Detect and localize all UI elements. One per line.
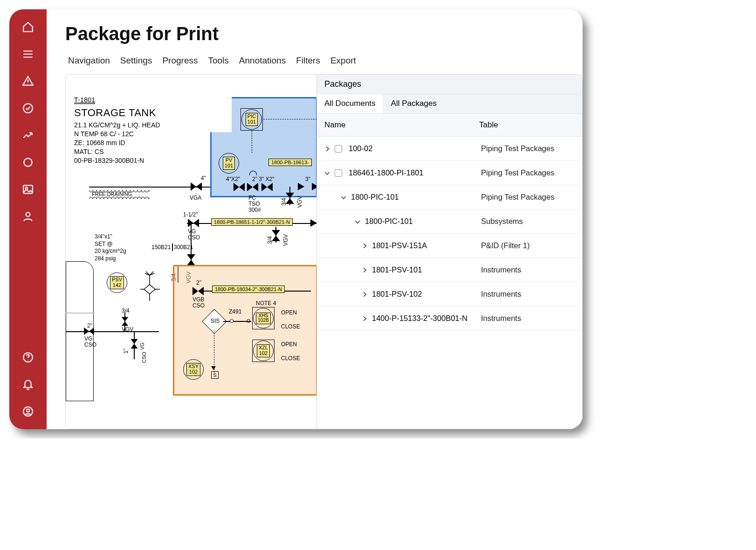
packages-panel: Packages All Documents All Packages Name… bbox=[317, 74, 583, 429]
line-tag-2: 1800-PB-18651-1-1/2"-300B21-N bbox=[211, 218, 293, 226]
valve-icon bbox=[261, 183, 273, 191]
page-title: Package for Print bbox=[65, 23, 583, 44]
menu-annotations[interactable]: Annotations bbox=[239, 56, 286, 66]
package-row[interactable]: 186461-1800-PI-1801Piping Test Packages bbox=[317, 161, 582, 185]
row-checkbox[interactable] bbox=[335, 169, 342, 177]
line-tag-1: 1800-PB-18613- bbox=[268, 159, 312, 166]
arrow-icon bbox=[298, 183, 304, 190]
chevron-right-icon[interactable] bbox=[360, 291, 369, 298]
valve-icon bbox=[188, 219, 199, 227]
menu-filters[interactable]: Filters bbox=[296, 56, 320, 66]
col-name[interactable]: Name bbox=[324, 120, 479, 130]
row-table: Piping Test Packages bbox=[481, 144, 577, 153]
equipment-number: T-1801 bbox=[74, 96, 95, 104]
col-table[interactable]: Table bbox=[479, 120, 575, 130]
relief-spec: 3/4"x1" SET @ 20 kg/cm^2g 284 psig bbox=[95, 233, 126, 262]
valve-icon bbox=[122, 317, 128, 326]
row-table: Instruments bbox=[481, 314, 577, 323]
line-tag-3: 1800-PB-18034-2"-300B21-N bbox=[212, 285, 285, 293]
menu-icon[interactable] bbox=[21, 48, 34, 61]
row-name: 1400-P-15133-2"-300B01-N bbox=[372, 314, 481, 323]
package-row[interactable]: 1400-P-15133-2"-300B01-NInstruments bbox=[317, 306, 582, 331]
row-name: 100-02 bbox=[349, 144, 481, 153]
row-name: 1800-PIC-101 bbox=[365, 217, 481, 226]
package-row[interactable]: 1801-PSV-102Instruments bbox=[317, 282, 582, 306]
instrument-pic101: PIC 101 bbox=[241, 109, 262, 130]
main-area: Package for Print Navigation Settings Pr… bbox=[47, 9, 583, 429]
row-table: Instruments bbox=[481, 290, 577, 299]
node-icon[interactable] bbox=[21, 156, 34, 169]
bell-icon[interactable] bbox=[21, 378, 34, 391]
warning-icon[interactable] bbox=[21, 75, 34, 88]
svg-point-1 bbox=[24, 158, 32, 166]
equipment-specs: 21.1 KG/CM^2g + LIQ. HEAD N TEMP 68 C/ -… bbox=[74, 121, 160, 165]
diagram-panel[interactable]: T-1801 STORAGE TANK 21.1 KG/CM^2g + LIQ.… bbox=[65, 74, 317, 429]
menu-settings[interactable]: Settings bbox=[120, 56, 152, 66]
valve-icon bbox=[247, 183, 258, 191]
menu-bar: Navigation Settings Progress Tools Annot… bbox=[65, 56, 583, 66]
row-checkbox[interactable] bbox=[335, 145, 342, 153]
package-row[interactable]: 100-02Piping Test Packages bbox=[317, 137, 582, 161]
row-name: 1801-PSV-151A bbox=[372, 241, 481, 250]
chevron-right-icon[interactable] bbox=[323, 145, 332, 153]
row-table: Piping Test Packages bbox=[481, 168, 577, 177]
app-frame: Package for Print Navigation Settings Pr… bbox=[9, 9, 583, 429]
row-table: P&ID (Filter 1) bbox=[481, 241, 577, 250]
arrow-icon bbox=[312, 183, 317, 190]
row-name: 1801-PSV-101 bbox=[372, 265, 481, 274]
instrument-pv101: PV 101 bbox=[219, 153, 239, 174]
valve-icon bbox=[192, 287, 204, 295]
menu-progress[interactable]: Progress bbox=[162, 56, 198, 66]
package-row[interactable]: 1800-PIC-101Subsystems bbox=[317, 209, 582, 234]
svg-point-8 bbox=[26, 212, 30, 216]
package-row[interactable]: 1800-PIC-101Piping Test Packages bbox=[317, 185, 582, 209]
instrument-psv142: PSV 142 bbox=[107, 272, 127, 293]
row-table: Subsystems bbox=[481, 217, 577, 226]
user-icon[interactable] bbox=[21, 210, 34, 223]
valve-icon bbox=[84, 327, 94, 335]
valve-icon bbox=[191, 182, 202, 191]
account-icon[interactable] bbox=[21, 405, 34, 418]
panel-column-headers: Name Table bbox=[317, 113, 582, 137]
image-icon[interactable] bbox=[21, 183, 34, 196]
row-name: 1800-PIC-101 bbox=[351, 193, 481, 202]
menu-tools[interactable]: Tools bbox=[208, 56, 228, 66]
content: T-1801 STORAGE TANK 21.1 KG/CM^2g + LIQ.… bbox=[65, 74, 583, 429]
chevron-right-icon[interactable] bbox=[360, 266, 369, 274]
chevron-down-icon[interactable] bbox=[323, 169, 332, 177]
menu-navigation[interactable]: Navigation bbox=[68, 56, 110, 66]
row-table: Instruments bbox=[481, 265, 577, 274]
valve-icon bbox=[131, 339, 137, 348]
package-row[interactable]: 1801-PSV-151AP&ID (Filter 1) bbox=[317, 234, 582, 258]
chevron-down-icon[interactable] bbox=[339, 194, 348, 201]
nav-rail bbox=[9, 9, 47, 429]
valve-icon bbox=[234, 183, 245, 191]
row-name: 186461-1800-PI-1801 bbox=[349, 168, 481, 177]
tab-all-documents[interactable]: All Documents bbox=[317, 94, 384, 114]
chevron-right-icon[interactable] bbox=[360, 315, 369, 322]
tab-all-packages[interactable]: All Packages bbox=[384, 94, 444, 113]
svg-point-3 bbox=[27, 166, 29, 167]
chevron-right-icon[interactable] bbox=[360, 242, 369, 250]
chevron-down-icon[interactable] bbox=[353, 218, 362, 225]
equipment-title: STORAGE TANK bbox=[74, 107, 160, 119]
home-icon[interactable] bbox=[21, 21, 34, 34]
instrument-xhs102b: XHS 102B bbox=[253, 308, 274, 328]
svg-point-4 bbox=[23, 162, 25, 163]
svg-rect-6 bbox=[23, 185, 33, 193]
panel-rows: 100-02Piping Test Packages186461-1800-PI… bbox=[317, 137, 582, 429]
check-circle-icon[interactable] bbox=[21, 102, 34, 115]
menu-export[interactable]: Export bbox=[330, 56, 356, 66]
row-table: Piping Test Packages bbox=[481, 193, 577, 202]
instrument-xsy102: XSY 102 bbox=[183, 359, 204, 380]
svg-point-2 bbox=[27, 158, 29, 159]
valve-icon bbox=[187, 254, 195, 265]
svg-point-0 bbox=[23, 104, 33, 113]
svg-point-11 bbox=[27, 409, 30, 412]
help-icon[interactable] bbox=[21, 351, 34, 364]
relief-valve-icon bbox=[136, 271, 164, 303]
package-row[interactable]: 1801-PSV-101Instruments bbox=[317, 258, 582, 282]
arrow-icon bbox=[310, 219, 317, 227]
trend-icon[interactable] bbox=[21, 129, 34, 142]
panel-tabs: All Documents All Packages bbox=[317, 94, 582, 113]
